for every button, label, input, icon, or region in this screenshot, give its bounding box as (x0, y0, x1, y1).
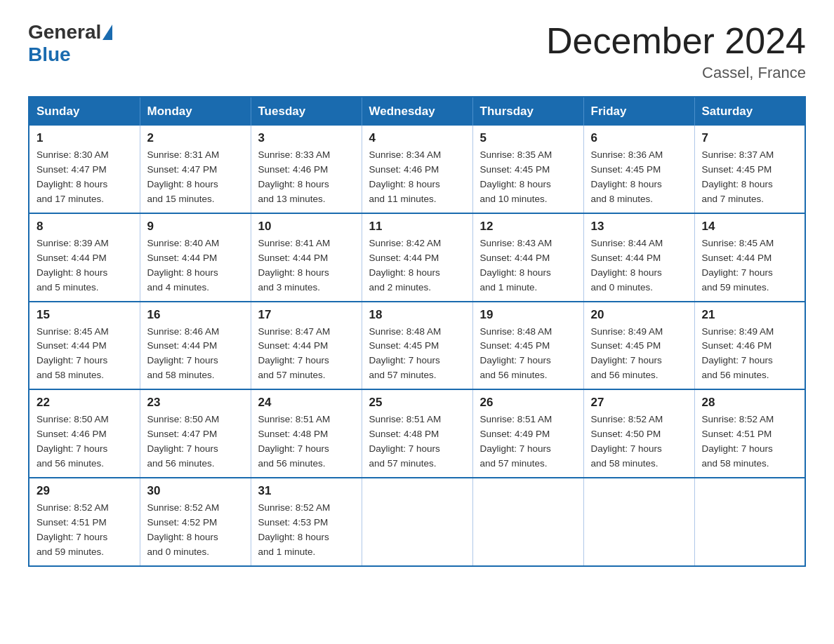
day-info: Sunrise: 8:49 AM Sunset: 4:45 PM Dayligh… (591, 325, 687, 384)
calendar-cell: 9Sunrise: 8:40 AM Sunset: 4:44 PM Daylig… (140, 213, 251, 302)
day-number: 3 (258, 131, 355, 145)
day-info: Sunrise: 8:33 AM Sunset: 4:46 PM Dayligh… (258, 148, 355, 207)
day-info: Sunrise: 8:52 AM Sunset: 4:50 PM Dayligh… (591, 412, 687, 471)
day-info: Sunrise: 8:48 AM Sunset: 4:45 PM Dayligh… (480, 325, 576, 384)
day-info: Sunrise: 8:50 AM Sunset: 4:46 PM Dayligh… (37, 412, 133, 471)
calendar-cell: 24Sunrise: 8:51 AM Sunset: 4:48 PM Dayli… (251, 389, 362, 478)
day-info: Sunrise: 8:52 AM Sunset: 4:52 PM Dayligh… (147, 501, 244, 560)
day-info: Sunrise: 8:41 AM Sunset: 4:44 PM Dayligh… (258, 236, 355, 295)
day-number: 18 (369, 308, 465, 322)
header-monday: Monday (140, 97, 251, 126)
logo-general: General (28, 21, 101, 43)
calendar-cell (472, 478, 583, 566)
calendar-cell: 23Sunrise: 8:50 AM Sunset: 4:47 PM Dayli… (140, 389, 251, 478)
header-sunday: Sunday (29, 97, 140, 126)
day-number: 30 (147, 484, 244, 498)
day-info: Sunrise: 8:44 AM Sunset: 4:44 PM Dayligh… (591, 236, 687, 295)
day-number: 24 (258, 396, 355, 410)
day-info: Sunrise: 8:50 AM Sunset: 4:47 PM Dayligh… (147, 412, 244, 471)
day-number: 8 (37, 220, 133, 234)
location-title: Cassel, France (546, 64, 806, 82)
day-number: 22 (37, 396, 133, 410)
day-number: 19 (480, 308, 576, 322)
day-number: 5 (480, 131, 576, 145)
week-row-3: 15Sunrise: 8:45 AM Sunset: 4:44 PM Dayli… (29, 302, 805, 390)
day-number: 11 (369, 220, 465, 234)
day-number: 2 (147, 131, 244, 145)
day-info: Sunrise: 8:35 AM Sunset: 4:45 PM Dayligh… (480, 148, 576, 207)
day-number: 23 (147, 396, 244, 410)
calendar-header: SundayMondayTuesdayWednesdayThursdayFrid… (29, 97, 805, 126)
month-title: December 2024 (546, 21, 806, 61)
calendar-cell: 5Sunrise: 8:35 AM Sunset: 4:45 PM Daylig… (472, 126, 583, 213)
calendar-cell: 1Sunrise: 8:30 AM Sunset: 4:47 PM Daylig… (29, 126, 140, 213)
calendar-cell: 30Sunrise: 8:52 AM Sunset: 4:52 PM Dayli… (140, 478, 251, 566)
day-number: 16 (147, 308, 244, 322)
header-wednesday: Wednesday (362, 97, 472, 126)
header-saturday: Saturday (694, 97, 805, 126)
day-info: Sunrise: 8:45 AM Sunset: 4:44 PM Dayligh… (37, 325, 133, 384)
day-number: 29 (37, 484, 133, 498)
calendar-cell: 11Sunrise: 8:42 AM Sunset: 4:44 PM Dayli… (362, 213, 472, 302)
calendar-cell: 17Sunrise: 8:47 AM Sunset: 4:44 PM Dayli… (251, 302, 362, 390)
calendar-cell: 7Sunrise: 8:37 AM Sunset: 4:45 PM Daylig… (694, 126, 805, 213)
week-row-4: 22Sunrise: 8:50 AM Sunset: 4:46 PM Dayli… (29, 389, 805, 478)
calendar-cell: 10Sunrise: 8:41 AM Sunset: 4:44 PM Dayli… (251, 213, 362, 302)
calendar-cell: 2Sunrise: 8:31 AM Sunset: 4:47 PM Daylig… (140, 126, 251, 213)
day-number: 14 (702, 220, 798, 234)
calendar-cell: 8Sunrise: 8:39 AM Sunset: 4:44 PM Daylig… (29, 213, 140, 302)
week-row-5: 29Sunrise: 8:52 AM Sunset: 4:51 PM Dayli… (29, 478, 805, 566)
day-info: Sunrise: 8:52 AM Sunset: 4:51 PM Dayligh… (37, 501, 133, 560)
calendar-cell: 22Sunrise: 8:50 AM Sunset: 4:46 PM Dayli… (29, 389, 140, 478)
day-number: 17 (258, 308, 355, 322)
day-number: 28 (702, 396, 798, 410)
day-info: Sunrise: 8:51 AM Sunset: 4:48 PM Dayligh… (369, 412, 465, 471)
day-info: Sunrise: 8:36 AM Sunset: 4:45 PM Dayligh… (591, 148, 687, 207)
day-info: Sunrise: 8:31 AM Sunset: 4:47 PM Dayligh… (147, 148, 244, 207)
calendar-cell: 26Sunrise: 8:51 AM Sunset: 4:49 PM Dayli… (472, 389, 583, 478)
day-number: 13 (591, 220, 687, 234)
calendar-cell (583, 478, 694, 566)
day-number: 7 (702, 131, 798, 145)
day-number: 9 (147, 220, 244, 234)
calendar-cell: 27Sunrise: 8:52 AM Sunset: 4:50 PM Dayli… (583, 389, 694, 478)
calendar-cell: 4Sunrise: 8:34 AM Sunset: 4:46 PM Daylig… (362, 126, 472, 213)
day-info: Sunrise: 8:34 AM Sunset: 4:46 PM Dayligh… (369, 148, 465, 207)
day-info: Sunrise: 8:42 AM Sunset: 4:44 PM Dayligh… (369, 236, 465, 295)
calendar-cell: 25Sunrise: 8:51 AM Sunset: 4:48 PM Dayli… (362, 389, 472, 478)
calendar-cell: 28Sunrise: 8:52 AM Sunset: 4:51 PM Dayli… (694, 389, 805, 478)
calendar-cell: 15Sunrise: 8:45 AM Sunset: 4:44 PM Dayli… (29, 302, 140, 390)
day-info: Sunrise: 8:46 AM Sunset: 4:44 PM Dayligh… (147, 325, 244, 384)
day-info: Sunrise: 8:52 AM Sunset: 4:53 PM Dayligh… (258, 501, 355, 560)
day-number: 10 (258, 220, 355, 234)
calendar-table: SundayMondayTuesdayWednesdayThursdayFrid… (28, 96, 806, 566)
day-number: 4 (369, 131, 465, 145)
day-number: 31 (258, 484, 355, 498)
calendar-cell: 18Sunrise: 8:48 AM Sunset: 4:45 PM Dayli… (362, 302, 472, 390)
calendar-cell (362, 478, 472, 566)
calendar-cell: 13Sunrise: 8:44 AM Sunset: 4:44 PM Dayli… (583, 213, 694, 302)
calendar-cell (694, 478, 805, 566)
logo-blue: Blue (28, 43, 71, 65)
calendar-cell: 16Sunrise: 8:46 AM Sunset: 4:44 PM Dayli… (140, 302, 251, 390)
day-info: Sunrise: 8:49 AM Sunset: 4:46 PM Dayligh… (702, 325, 798, 384)
calendar-cell: 6Sunrise: 8:36 AM Sunset: 4:45 PM Daylig… (583, 126, 694, 213)
day-info: Sunrise: 8:52 AM Sunset: 4:51 PM Dayligh… (702, 412, 798, 471)
calendar-cell: 21Sunrise: 8:49 AM Sunset: 4:46 PM Dayli… (694, 302, 805, 390)
day-number: 12 (480, 220, 576, 234)
day-info: Sunrise: 8:37 AM Sunset: 4:45 PM Dayligh… (702, 148, 798, 207)
day-number: 1 (37, 131, 133, 145)
day-number: 25 (369, 396, 465, 410)
header-thursday: Thursday (472, 97, 583, 126)
day-info: Sunrise: 8:51 AM Sunset: 4:49 PM Dayligh… (480, 412, 576, 471)
day-number: 27 (591, 396, 687, 410)
logo: General Blue (28, 21, 114, 66)
day-info: Sunrise: 8:48 AM Sunset: 4:45 PM Dayligh… (369, 325, 465, 384)
calendar-cell: 14Sunrise: 8:45 AM Sunset: 4:44 PM Dayli… (694, 213, 805, 302)
day-info: Sunrise: 8:45 AM Sunset: 4:44 PM Dayligh… (702, 236, 798, 295)
header-row: SundayMondayTuesdayWednesdayThursdayFrid… (29, 97, 805, 126)
day-number: 6 (591, 131, 687, 145)
day-info: Sunrise: 8:47 AM Sunset: 4:44 PM Dayligh… (258, 325, 355, 384)
calendar-body: 1Sunrise: 8:30 AM Sunset: 4:47 PM Daylig… (29, 126, 805, 565)
day-info: Sunrise: 8:30 AM Sunset: 4:47 PM Dayligh… (37, 148, 133, 207)
